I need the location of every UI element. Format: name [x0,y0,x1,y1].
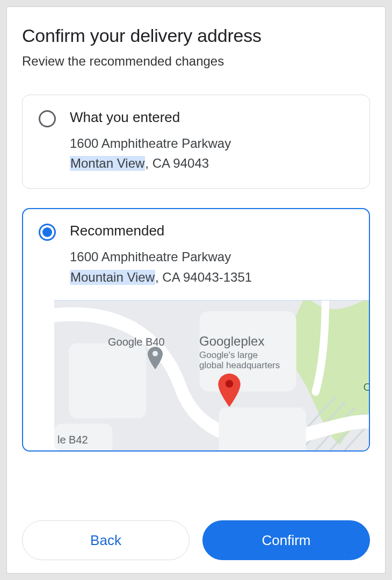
confirm-button[interactable]: Confirm [202,520,370,560]
option-recommended[interactable]: Recommended 1600 Amphitheatre Parkway Mo… [22,208,370,451]
entered-rest: , CA 94043 [145,156,209,170]
radio-icon [39,110,56,127]
svg-point-10 [153,351,158,356]
recommended-city-diff: Mountain View [70,270,155,285]
map-marker-icon [217,374,241,407]
option-recommended-body: Recommended 1600 Amphitheatre Parkway Mo… [70,223,353,450]
map-edge-label: C [364,381,369,393]
map-place-sub2: global headquarters [199,360,280,371]
option-recommended-label: Recommended [70,223,353,239]
recommended-rest: , CA 94043-1351 [155,270,252,284]
entered-city-diff: Montan View [70,156,145,171]
map-poi-pin-icon [148,347,163,369]
map-poi-b42-partial: le B42 [57,434,88,446]
map-place-sub1: Google's large [199,350,258,361]
map-canvas [54,300,369,450]
radio-icon-selected [39,224,56,241]
option-recommended-address: 1600 Amphitheatre Parkway Mountain View,… [70,247,353,287]
svg-rect-6 [69,343,146,418]
dialog-title: Confirm your delivery address [22,25,370,46]
option-entered-body: What you entered 1600 Amphitheatre Parkw… [70,109,353,173]
dialog-subtitle: Review the recommended changes [22,54,370,69]
option-entered-label: What you entered [70,109,353,126]
dialog: Confirm your delivery address Review the… [6,6,386,574]
map-preview: Google B40 Googleplex Google's large glo… [54,300,369,450]
option-entered-address: 1600 Amphitheatre Parkway Montan View, C… [70,133,353,173]
recommended-line1: 1600 Amphitheatre Parkway [70,249,231,264]
back-button[interactable]: Back [22,520,190,560]
dialog-actions: Back Confirm [22,520,370,560]
map-place-name: Googleplex [199,334,264,349]
entered-line1: 1600 Amphitheatre Parkway [70,136,231,151]
svg-point-11 [226,379,233,387]
svg-rect-9 [219,407,306,450]
option-entered[interactable]: What you entered 1600 Amphitheatre Parkw… [22,95,370,189]
